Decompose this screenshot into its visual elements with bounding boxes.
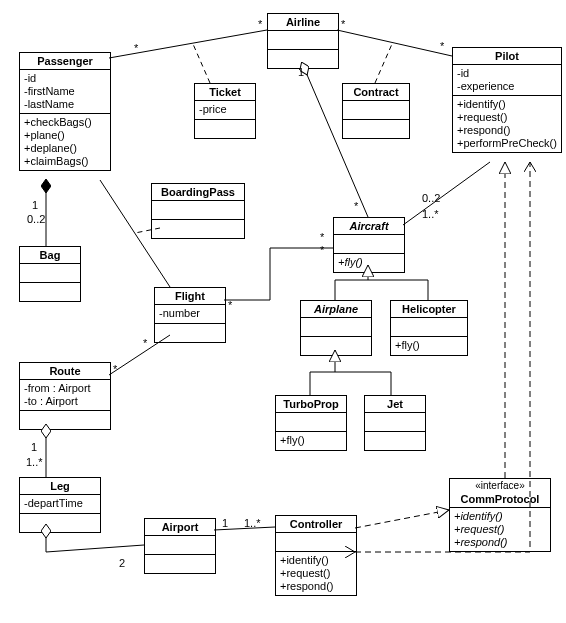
- class-name: CommProtocol: [450, 491, 550, 508]
- class-name: Passenger: [20, 53, 110, 70]
- mult-star: *: [228, 299, 232, 311]
- svg-line-3: [375, 44, 392, 83]
- class-name: Pilot: [453, 48, 561, 65]
- mult-one: 1: [31, 441, 37, 453]
- svg-line-1: [193, 44, 210, 83]
- mult-1plus: 1..*: [26, 456, 43, 468]
- class-boardingpass: BoardingPass: [151, 183, 245, 239]
- stereotype: «interface»: [450, 479, 550, 491]
- mult-one: 1: [298, 66, 304, 78]
- class-name: Flight: [155, 288, 225, 305]
- mult-star: *: [134, 42, 138, 54]
- class-ops: +fly(): [391, 337, 467, 355]
- class-name: BoardingPass: [152, 184, 244, 201]
- class-attrs: -price: [195, 101, 255, 120]
- class-ops: [365, 432, 425, 450]
- class-name: Airplane: [301, 301, 371, 318]
- class-name: Aircraft: [334, 218, 404, 235]
- class-attrs: [343, 101, 409, 120]
- class-attrs: -number: [155, 305, 225, 324]
- mult-star: *: [320, 231, 324, 243]
- mult-zero2: 0..2: [27, 213, 45, 225]
- class-jet: Jet: [364, 395, 426, 451]
- mult-star: *: [320, 244, 324, 256]
- class-airline: Airline: [267, 13, 339, 69]
- class-controller: Controller +identify() +request() +respo…: [275, 515, 357, 596]
- class-attrs: [152, 201, 244, 220]
- class-ops: [343, 120, 409, 138]
- class-attrs: -from : Airport -to : Airport: [20, 380, 110, 411]
- class-name: Leg: [20, 478, 100, 495]
- class-name: Contract: [343, 84, 409, 101]
- class-ops: [301, 337, 371, 355]
- mult-1plus: 1..*: [422, 208, 439, 220]
- class-ops: +identify() +request() +respond(): [276, 552, 356, 595]
- class-attrs: -id -firstName -lastName: [20, 70, 110, 114]
- class-attrs: [20, 264, 80, 283]
- class-flight: Flight -number: [154, 287, 226, 343]
- svg-line-20: [355, 510, 449, 528]
- class-attrs: [268, 31, 338, 50]
- class-attrs: [334, 235, 404, 254]
- mult-star: *: [341, 18, 345, 30]
- class-name: Controller: [276, 516, 356, 533]
- class-helicopter: Helicopter +fly(): [390, 300, 468, 356]
- class-attrs: [301, 318, 371, 337]
- class-passenger: Passenger -id -firstName -lastName +chec…: [19, 52, 111, 171]
- class-name: Airport: [145, 519, 215, 536]
- mult-star: *: [440, 40, 444, 52]
- class-airport: Airport: [144, 518, 216, 574]
- class-ops: +identify() +request() +respond() +perfo…: [453, 96, 561, 152]
- svg-line-8: [403, 162, 490, 225]
- class-name: Ticket: [195, 84, 255, 101]
- svg-line-0: [109, 30, 267, 58]
- class-attrs: -id -experience: [453, 65, 561, 96]
- class-attrs: [145, 536, 215, 555]
- class-ops: +checkBags() +plane() +deplane() +claimB…: [20, 114, 110, 170]
- class-contract: Contract: [342, 83, 410, 139]
- class-ops: [20, 514, 100, 532]
- mult-star: *: [113, 363, 117, 375]
- mult-zero2: 0..2: [422, 192, 440, 204]
- class-attrs: [391, 318, 467, 337]
- class-name: Airline: [268, 14, 338, 31]
- class-route: Route -from : Airport -to : Airport: [19, 362, 111, 430]
- class-name: TurboProp: [276, 396, 346, 413]
- mult-one: 1: [222, 517, 228, 529]
- class-ops: +fly(): [334, 254, 404, 272]
- class-attrs: [365, 413, 425, 432]
- mult-one: 1: [32, 199, 38, 211]
- class-airplane: Airplane: [300, 300, 372, 356]
- class-ops: [20, 283, 80, 301]
- class-ticket: Ticket -price: [194, 83, 256, 139]
- mult-two: 2: [119, 557, 125, 569]
- class-ops: [155, 324, 225, 342]
- class-turboprop: TurboProp +fly(): [275, 395, 347, 451]
- class-ops: [152, 220, 244, 238]
- mult-star: *: [354, 200, 358, 212]
- class-attrs: [276, 413, 346, 432]
- svg-line-2: [337, 30, 452, 56]
- class-name: Route: [20, 363, 110, 380]
- class-ops: +identify() +request() +respond(): [450, 508, 550, 551]
- class-ops: [195, 120, 255, 138]
- mult-1plus: 1..*: [244, 517, 261, 529]
- class-name: Jet: [365, 396, 425, 413]
- mult-star: *: [258, 18, 262, 30]
- class-ops: [145, 555, 215, 573]
- class-aircraft: Aircraft +fly(): [333, 217, 405, 273]
- class-ops: +fly(): [276, 432, 346, 450]
- class-name: Bag: [20, 247, 80, 264]
- mult-star: *: [143, 337, 147, 349]
- class-ops: [20, 411, 110, 429]
- class-attrs: [276, 533, 356, 552]
- class-attrs: -departTime: [20, 495, 100, 514]
- class-commprotocol: «interface» CommProtocol +identify() +re…: [449, 478, 551, 552]
- class-pilot: Pilot -id -experience +identify() +reque…: [452, 47, 562, 153]
- class-bag: Bag: [19, 246, 81, 302]
- class-leg: Leg -departTime: [19, 477, 101, 533]
- class-name: Helicopter: [391, 301, 467, 318]
